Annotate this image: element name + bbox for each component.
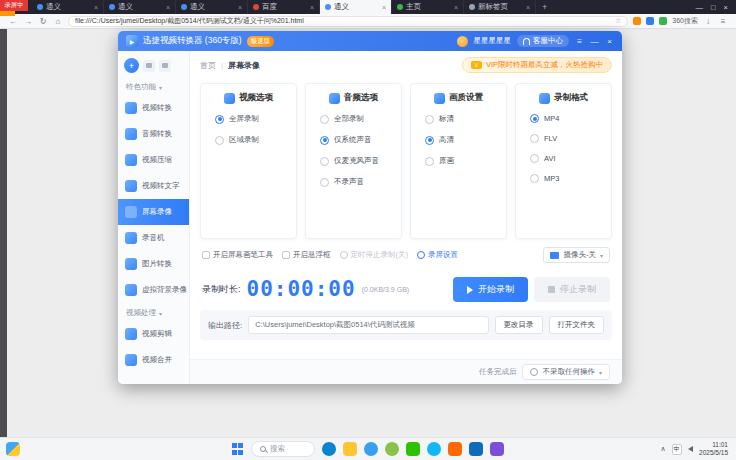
vip-banner[interactable]: V VIP限时特惠最高立减，火热抢购中 (462, 57, 612, 73)
app-minimize-icon[interactable]: — (590, 37, 599, 46)
browser-tab-active[interactable]: 通义 × (320, 0, 392, 14)
stop-record-button[interactable]: 停止录制 (534, 277, 610, 302)
tab-close-icon[interactable]: × (166, 4, 170, 11)
browser-tab[interactable]: 通义 × (32, 0, 104, 14)
change-directory-button[interactable]: 更改目录 (495, 316, 543, 334)
home-icon[interactable]: ⌂ (53, 17, 63, 26)
checkbox-label: 开启悬浮框 (293, 250, 331, 260)
tray-chevron-icon[interactable]: ∧ (660, 445, 665, 453)
app-menu-icon[interactable]: ≡ (575, 37, 584, 46)
sidebar-item-virtual-bg-record[interactable]: 虚拟背景录像 (118, 277, 189, 303)
radio-format-flv[interactable]: FLV (530, 134, 602, 143)
app-titlebar[interactable]: ▶ 迅捷视频转换器 (360专版) 极速版 星星星星星 客服中心 ≡ — × (118, 31, 622, 51)
browser-tab[interactable]: 通义 × (176, 0, 248, 14)
browser-tab[interactable]: 百度 × (248, 0, 320, 14)
add-link-button[interactable] (159, 60, 171, 72)
start-button[interactable] (232, 443, 244, 455)
tab-close-icon[interactable]: × (94, 4, 98, 11)
sidebar-item-video-convert[interactable]: 视频转换 (118, 95, 189, 121)
sidebar-item-audio-convert[interactable]: 音频转换 (118, 121, 189, 147)
browser-maximize-icon[interactable]: □ (711, 3, 716, 12)
ime-indicator[interactable]: 中 (672, 444, 683, 455)
app-close-icon[interactable]: × (605, 37, 614, 46)
radio-record-all-audio[interactable]: 全部录制 (320, 114, 392, 124)
add-file-button[interactable]: + (124, 58, 139, 73)
add-folder-button[interactable] (143, 60, 155, 72)
radio-format-mp3[interactable]: MP3 (530, 174, 602, 183)
browser-menu-icon[interactable]: ≡ (718, 17, 728, 26)
radio-label: AVI (544, 154, 556, 163)
checkbox-float-box[interactable]: 开启悬浮框 (282, 250, 331, 260)
browser-close-icon[interactable]: × (724, 3, 728, 12)
user-avatar[interactable] (457, 36, 468, 47)
record-settings-link[interactable]: 录屏设置 (417, 250, 458, 260)
extension-icon[interactable] (659, 17, 667, 25)
sidebar-item-video-edit[interactable]: 视频剪辑 (118, 321, 189, 347)
sidebar-item-video-compress[interactable]: 视频压缩 (118, 147, 189, 173)
recording-badge[interactable]: 录屏中 (0, 0, 28, 11)
open-folder-button[interactable]: 打开文件夹 (549, 316, 605, 334)
taskbar-video-app-icon[interactable] (448, 442, 462, 456)
radio-format-mp4[interactable]: MP4 (530, 114, 602, 123)
taskbar-store-icon[interactable] (469, 442, 483, 456)
extension-icon[interactable] (646, 17, 654, 25)
radio-region-record[interactable]: 区域录制 (215, 135, 287, 145)
tab-close-icon[interactable]: × (382, 4, 386, 11)
taskbar-wechat-icon[interactable] (406, 442, 420, 456)
power-icon (530, 368, 538, 376)
taskbar-explorer-icon[interactable] (343, 442, 357, 456)
tab-close-icon[interactable]: × (454, 4, 458, 11)
browser-tab[interactable]: 新标签页 × (464, 0, 536, 14)
new-tab-button[interactable]: + (536, 0, 553, 14)
widgets-icon[interactable] (6, 442, 20, 456)
sidebar-item-audio-recorder[interactable]: 录音机 (118, 225, 189, 251)
bookmark-star-icon[interactable]: ☆ (615, 17, 621, 25)
sidebar-item-video-to-text[interactable]: 视频转文字 (118, 173, 189, 199)
back-icon[interactable]: ← (8, 17, 18, 26)
start-record-button[interactable]: 开始录制 (453, 277, 528, 302)
taskbar-edge-icon[interactable] (322, 442, 336, 456)
output-path-input[interactable]: C:\Users\jumei\Desktop\截图0514\代码测试视频 (248, 316, 488, 334)
volume-icon[interactable] (688, 446, 693, 452)
radio-high-quality[interactable]: 高清 (425, 135, 497, 145)
after-task-dropdown[interactable]: 不采取任何操作 ▾ (522, 364, 610, 380)
radio-system-audio-only[interactable]: 仅系统声音 (320, 135, 392, 145)
browser-tab[interactable]: 通义 × (104, 0, 176, 14)
tab-close-icon[interactable]: × (238, 4, 242, 11)
windows-taskbar: 搜索 ∧ 中 11:01 2025/5/15 (0, 437, 736, 460)
radio-no-audio[interactable]: 不录声音 (320, 177, 392, 187)
sidebar-item-image-convert[interactable]: 图片转换 (118, 251, 189, 277)
radio-original-quality[interactable]: 原画 (425, 156, 497, 166)
radio-standard-quality[interactable]: 标清 (425, 114, 497, 124)
breadcrumb-home[interactable]: 首页 (200, 60, 216, 71)
taskbar-360-icon[interactable] (385, 442, 399, 456)
extension-icon[interactable] (633, 17, 641, 25)
taskbar-qq-icon[interactable] (427, 442, 441, 456)
taskbar-browser-icon[interactable] (364, 442, 378, 456)
support-center-button[interactable]: 客服中心 (517, 35, 569, 47)
taskbar-clock[interactable]: 11:01 2025/5/15 (699, 441, 728, 457)
radio-fullscreen-record[interactable]: 全屏录制 (215, 114, 287, 124)
tab-close-icon[interactable]: × (526, 4, 530, 11)
url-input[interactable]: file:///C:/Users/jumei/Desktop/截图0514/代码… (68, 16, 628, 27)
camera-dropdown[interactable]: 摄像头-关 ▾ (543, 247, 610, 263)
sidebar-item-screen-record[interactable]: 屏幕录像 (118, 199, 189, 225)
user-name[interactable]: 星星星星星 (474, 36, 512, 46)
timer-stop-option[interactable]: 定时停止录制(关) (340, 250, 409, 260)
radio-format-avi[interactable]: AVI (530, 154, 602, 163)
refresh-icon[interactable]: ↻ (38, 17, 48, 26)
browser-tab[interactable]: 主页 × (392, 0, 464, 14)
sidebar-section-video-process[interactable]: 视频处理 ▾ (118, 303, 189, 321)
taskbar-dev-app-icon[interactable] (490, 442, 504, 456)
tab-close-icon[interactable]: × (310, 4, 314, 11)
search-engine-label[interactable]: 360搜索 (672, 16, 698, 26)
sidebar-section-features[interactable]: 特色功能 ▾ (118, 77, 189, 95)
checkbox-paint-tool[interactable]: 开启屏幕画笔工具 (202, 250, 273, 260)
forward-icon[interactable]: → (23, 17, 33, 26)
taskbar-search[interactable]: 搜索 (251, 441, 315, 457)
browser-minimize-icon[interactable]: — (696, 3, 704, 12)
download-icon[interactable]: ↓ (703, 17, 713, 26)
app-logo-icon: ▶ (126, 35, 138, 47)
sidebar-item-video-merge[interactable]: 视频合并 (118, 347, 189, 373)
radio-mic-audio-only[interactable]: 仅麦克风声音 (320, 156, 392, 166)
